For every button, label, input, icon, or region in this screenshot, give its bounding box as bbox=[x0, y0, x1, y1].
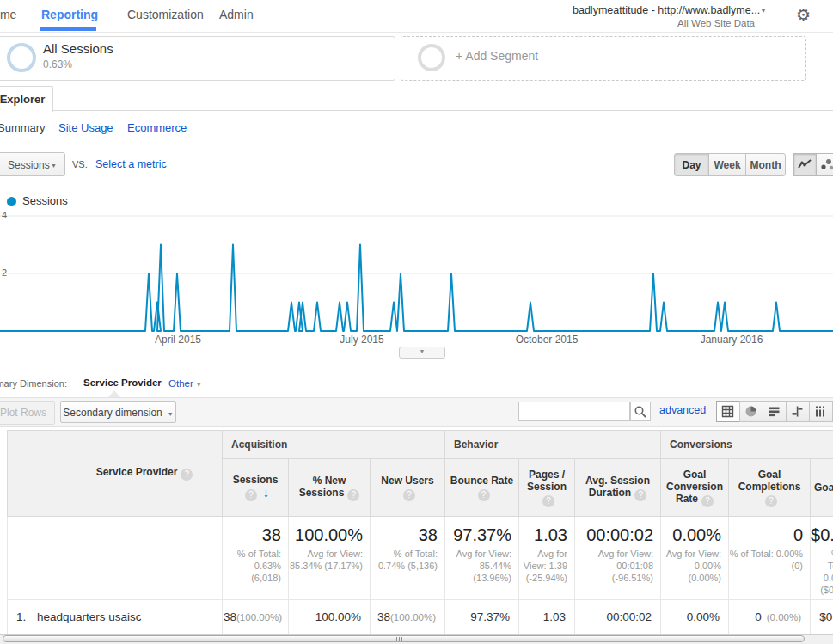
view-comparison-button[interactable] bbox=[786, 401, 810, 422]
primary-dimension-selected[interactable]: Service Provider bbox=[83, 377, 162, 388]
x-axis-tick: April 2015 bbox=[155, 334, 201, 346]
help-icon[interactable]: ? bbox=[245, 489, 257, 501]
chart-canvas bbox=[0, 211, 833, 332]
goal-completions-header-label: Goal Completions bbox=[732, 469, 806, 493]
motion-chart-view-button[interactable] bbox=[816, 153, 833, 176]
view-table-button[interactable] bbox=[716, 401, 740, 422]
totals-pct-new-sessions: 100.00%Avg for View: 85.34% (17.17%) bbox=[289, 517, 371, 600]
legend-dot bbox=[7, 197, 16, 206]
help-icon[interactable]: ? bbox=[347, 489, 359, 501]
horizontal-scrollbar-thumb[interactable] bbox=[3, 635, 805, 642]
pivot-icon bbox=[814, 405, 827, 418]
column-header-sessions[interactable]: Sessions ?↓ bbox=[223, 459, 289, 517]
advanced-search-link[interactable]: advanced bbox=[659, 404, 706, 416]
sort-desc-icon: ↓ bbox=[263, 486, 269, 500]
table-group-header-row: Service Provider? Acquisition Behavior C… bbox=[8, 431, 833, 459]
help-icon[interactable]: ? bbox=[478, 489, 490, 501]
service-provider-header-label: Service Provider bbox=[96, 466, 178, 478]
segment-donut-icon bbox=[7, 43, 36, 72]
nav-home[interactable]: Home bbox=[0, 8, 16, 21]
select-a-metric-link[interactable]: Select a metric bbox=[95, 158, 167, 170]
totals-avg-session-duration: 00:00:02Avg for View: 00:01:08 (-96.51%) bbox=[575, 517, 661, 600]
table-row[interactable]: 1.headquarters usaisc 38(100.00%) 100.00… bbox=[8, 600, 833, 635]
goal-value-header-label: Goal Value bbox=[814, 481, 833, 494]
gear-icon[interactable]: ⚙ bbox=[796, 5, 811, 25]
x-axis-tick: January 2016 bbox=[701, 334, 763, 346]
metric-dropdown[interactable]: Sessions ▼ bbox=[0, 152, 65, 176]
scrollbar-grip bbox=[399, 637, 400, 641]
account-selector[interactable]: badlymeattitude - http://www.badlyme... bbox=[573, 4, 755, 16]
y-axis-tick: 4 bbox=[2, 210, 7, 220]
row-pct-new-sessions: 100.00% bbox=[289, 600, 371, 635]
column-header-goal-conversion-rate[interactable]: Goal Conversion Rate? bbox=[661, 459, 729, 517]
column-header-pct-new-sessions[interactable]: % New Sessions? bbox=[289, 459, 371, 517]
column-header-avg-session-duration[interactable]: Avg. Session Duration? bbox=[575, 459, 661, 517]
row-name-cell: 1.headquarters usaisc bbox=[8, 600, 223, 635]
nav-reporting[interactable]: Reporting bbox=[41, 8, 98, 21]
explorer-tab-divider bbox=[0, 110, 833, 111]
tab-explorer[interactable]: Explorer bbox=[0, 86, 53, 112]
pct-new-sessions-header-label: % New Sessions bbox=[299, 475, 346, 499]
chevron-down-icon: ▼ bbox=[168, 411, 174, 417]
bounce-rate-header-label: Bounce Rate bbox=[449, 475, 515, 487]
group-header-behavior: Behavior bbox=[445, 431, 661, 459]
column-header-service-provider[interactable]: Service Provider? bbox=[8, 431, 223, 517]
column-header-goal-completions[interactable]: Goal Completions ? bbox=[729, 459, 811, 517]
help-icon[interactable]: ? bbox=[634, 489, 646, 501]
row-pages-session: 1.03 bbox=[519, 600, 575, 635]
totals-bounce-rate: 97.37%Avg for View: 85.44% (13.96%) bbox=[445, 517, 519, 600]
column-header-bounce-rate[interactable]: Bounce Rate ? bbox=[445, 459, 519, 517]
line-chart-view-button[interactable] bbox=[793, 153, 817, 176]
service-provider-table: Service Provider? Acquisition Behavior C… bbox=[7, 430, 833, 635]
collapse-chart-button[interactable]: ▼ bbox=[399, 347, 445, 359]
divider bbox=[0, 144, 833, 144]
view-pivot-button[interactable] bbox=[809, 401, 833, 422]
help-icon[interactable]: ? bbox=[765, 495, 777, 507]
help-icon[interactable]: ? bbox=[181, 469, 193, 481]
comparison-icon bbox=[791, 405, 804, 418]
scrollbar-grip bbox=[401, 637, 402, 641]
table-totals-row: 38% of Total: 0.63% (6,018) 100.00%Avg f… bbox=[8, 517, 833, 600]
view-performance-button[interactable] bbox=[763, 401, 787, 422]
metric-dropdown-label: Sessions bbox=[8, 159, 50, 171]
column-header-goal-value[interactable]: Goal Value bbox=[811, 459, 833, 517]
granularity-week-button[interactable]: Week bbox=[708, 153, 746, 176]
row-avg-session-duration: 00:00:02 bbox=[575, 600, 661, 635]
sessions-header-label: Sessions bbox=[226, 474, 285, 486]
sessions-timeseries-chart[interactable]: 24April 2015July 2015October 2015January… bbox=[0, 211, 833, 348]
subtab-summary[interactable]: Summary bbox=[0, 121, 46, 134]
subtab-site-usage[interactable]: Site Usage bbox=[58, 121, 113, 134]
nav-admin[interactable]: Admin bbox=[219, 8, 254, 21]
view-percentage-button[interactable] bbox=[739, 401, 763, 422]
scrollbar-grip bbox=[396, 637, 397, 641]
plot-rows-button[interactable]: Plot Rows bbox=[0, 401, 55, 425]
row-goal-completions: 0(0.00%) bbox=[729, 600, 811, 635]
secondary-dimension-label: Secondary dimension bbox=[63, 407, 162, 419]
help-icon[interactable]: ? bbox=[542, 495, 554, 507]
pie-chart-icon bbox=[744, 405, 757, 418]
segment-title: All Sessions bbox=[43, 41, 113, 56]
goal-conversion-rate-header-label: Goal Conversion Rate bbox=[666, 469, 723, 505]
primary-dimension-other[interactable]: Other▼ bbox=[168, 378, 202, 389]
totals-new-users: 38% of Total: 0.74% (5,136) bbox=[371, 517, 445, 600]
subtab-ecommerce[interactable]: Ecommerce bbox=[127, 121, 187, 134]
granularity-month-button[interactable]: Month bbox=[745, 153, 786, 176]
secondary-dimension-dropdown[interactable]: Secondary dimension▼ bbox=[60, 401, 176, 423]
granularity-day-button[interactable]: Day bbox=[674, 153, 709, 176]
search-button[interactable] bbox=[630, 402, 651, 421]
new-users-header-label: New Users bbox=[374, 475, 441, 487]
primary-dimension-label: Primary Dimension: bbox=[0, 378, 67, 389]
help-icon[interactable]: ? bbox=[701, 495, 714, 507]
table-search-input[interactable] bbox=[518, 402, 630, 421]
group-header-acquisition: Acquisition bbox=[223, 431, 445, 459]
add-segment-label: + Add Segment bbox=[456, 49, 538, 63]
vs-label: VS. bbox=[72, 159, 88, 169]
column-header-pages-session[interactable]: Pages / Session ? bbox=[519, 459, 575, 517]
totals-goal-completions: 0% of Total: 0.00% (0) bbox=[729, 517, 811, 600]
row-index: 1. bbox=[16, 610, 37, 623]
column-header-new-users[interactable]: New Users ? bbox=[371, 459, 445, 517]
chevron-down-icon: ▼ bbox=[420, 348, 426, 354]
x-axis-tick: October 2015 bbox=[516, 334, 579, 346]
nav-customization[interactable]: Customization bbox=[127, 8, 204, 21]
help-icon[interactable]: ? bbox=[403, 489, 415, 501]
